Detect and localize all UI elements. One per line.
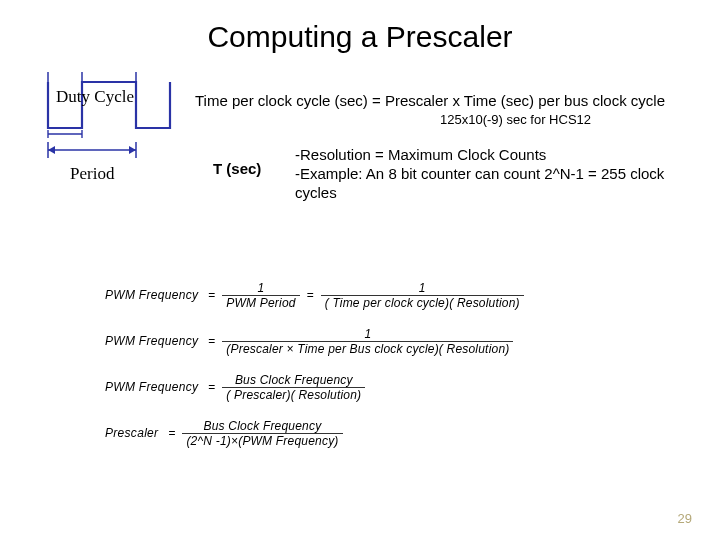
- page-number: 29: [678, 511, 692, 526]
- equation-prescaler: Prescaler = Bus Clock Frequency (2^N -1)…: [105, 416, 527, 450]
- duty-cycle-label: Duty Cycle: [40, 88, 150, 106]
- resolution-line-2: -Example: An 8 bit counter can count 2^N…: [295, 164, 695, 202]
- time-per-clock-cycle-formula: Time per clock cycle (sec) = Prescaler x…: [195, 92, 665, 109]
- resolution-note: -Resolution = Maximum Clock Counts -Exam…: [295, 145, 695, 203]
- period-label: Period: [70, 164, 114, 184]
- t-sec-label: T (sec): [213, 160, 261, 177]
- svg-marker-10: [129, 146, 136, 154]
- equation-pwm-freq-2: PWM Frequency = 1 (Prescaler × Time per …: [105, 324, 527, 358]
- svg-marker-9: [48, 146, 55, 154]
- equation-block: PWM Frequency = 1 PWM Period = 1 ( Time …: [105, 278, 527, 462]
- resolution-line-1: -Resolution = Maximum Clock Counts: [295, 145, 695, 164]
- pwm-waveform-diagram: Duty Cycle Period: [40, 72, 180, 202]
- equation-pwm-freq-1: PWM Frequency = 1 PWM Period = 1 ( Time …: [105, 278, 527, 312]
- top-section: Duty Cycle Period Time per clock cycle (…: [0, 72, 720, 212]
- hcs12-bus-time-note: 125x10(-9) sec for HCS12: [440, 112, 591, 127]
- equation-pwm-freq-3: PWM Frequency = Bus Clock Frequency ( Pr…: [105, 370, 527, 404]
- slide-title: Computing a Prescaler: [0, 0, 720, 54]
